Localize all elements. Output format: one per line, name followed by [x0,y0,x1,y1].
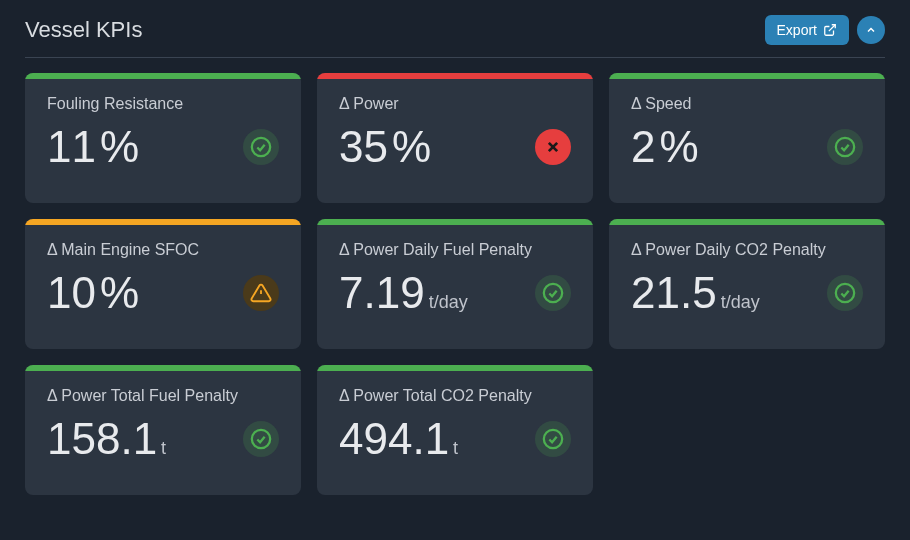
kpi-value: 7.19t/day [339,271,468,315]
check-circle-icon [535,275,571,311]
kpi-value-row: 7.19t/day [339,271,571,315]
kpi-card[interactable]: Δ Power35% [317,73,593,203]
kpi-value-row: 10% [47,271,279,315]
kpi-number: 10 [47,271,96,315]
kpi-card[interactable]: Δ Power Daily CO2 Penalty21.5t/day [609,219,885,349]
kpi-unit: t [453,439,458,457]
kpi-label: Δ Power Daily Fuel Penalty [339,241,571,259]
kpi-value-row: 158.1t [47,417,279,461]
export-label: Export [777,22,817,38]
svg-point-7 [544,284,562,302]
kpi-value: 2% [631,125,699,169]
kpi-value: 494.1t [339,417,458,461]
kpi-value-row: 494.1t [339,417,571,461]
kpi-value: 11% [47,125,139,169]
warning-triangle-icon [243,275,279,311]
export-button[interactable]: Export [765,15,849,45]
kpi-label: Δ Power Daily CO2 Penalty [631,241,863,259]
kpi-number: 494.1 [339,417,449,461]
kpi-label: Δ Power Total Fuel Penalty [47,387,279,405]
kpi-unit: t/day [429,293,468,311]
check-circle-icon [535,421,571,457]
kpi-number: 21.5 [631,271,717,315]
kpi-number: 35 [339,125,388,169]
kpi-value-row: 11% [47,125,279,169]
check-circle-icon [243,421,279,457]
check-circle-icon [243,129,279,165]
kpi-label: Fouling Resistance [47,95,279,113]
kpi-number: 2 [631,125,655,169]
kpi-value: 35% [339,125,431,169]
kpi-unit: % [392,125,431,169]
kpi-value: 10% [47,271,139,315]
x-circle-icon [535,129,571,165]
external-link-icon [823,23,837,37]
status-stripe [609,219,885,225]
kpi-label: Δ Power Total CO2 Penalty [339,387,571,405]
kpi-value-row: 2% [631,125,863,169]
kpi-unit: t/day [721,293,760,311]
kpi-value-row: 21.5t/day [631,271,863,315]
kpi-value: 158.1t [47,417,166,461]
status-stripe [25,219,301,225]
kpi-card[interactable]: Δ Power Total Fuel Penalty158.1t [25,365,301,495]
kpi-number: 158.1 [47,417,157,461]
svg-line-0 [829,25,835,31]
kpi-number: 11 [47,125,96,169]
status-stripe [317,73,593,79]
kpi-cards-grid: Fouling Resistance11%Δ Power35%Δ Speed2%… [25,73,885,495]
kpi-unit: t [161,439,166,457]
kpi-card[interactable]: Fouling Resistance11% [25,73,301,203]
svg-point-10 [544,430,562,448]
status-stripe [25,73,301,79]
status-stripe [609,73,885,79]
kpi-card[interactable]: Δ Power Total CO2 Penalty494.1t [317,365,593,495]
kpi-label: Δ Speed [631,95,863,113]
kpi-unit: % [100,125,139,169]
kpi-label: Δ Main Engine SFOC [47,241,279,259]
svg-point-9 [252,430,270,448]
kpi-unit: % [659,125,698,169]
kpi-card[interactable]: Δ Power Daily Fuel Penalty7.19t/day [317,219,593,349]
status-stripe [317,219,593,225]
status-stripe [25,365,301,371]
svg-point-8 [836,284,854,302]
kpi-unit: % [100,271,139,315]
panel-header: Vessel KPIs Export [25,15,885,58]
kpi-card[interactable]: Δ Speed2% [609,73,885,203]
kpi-card[interactable]: Δ Main Engine SFOC10% [25,219,301,349]
svg-point-4 [836,138,854,156]
kpi-label: Δ Power [339,95,571,113]
check-circle-icon [827,275,863,311]
kpi-number: 7.19 [339,271,425,315]
kpi-value-row: 35% [339,125,571,169]
header-actions: Export [765,15,885,45]
status-stripe [317,365,593,371]
collapse-button[interactable] [857,16,885,44]
kpi-value: 21.5t/day [631,271,760,315]
check-circle-icon [827,129,863,165]
page-title: Vessel KPIs [25,17,142,43]
chevron-up-icon [865,24,877,36]
svg-point-1 [252,138,270,156]
